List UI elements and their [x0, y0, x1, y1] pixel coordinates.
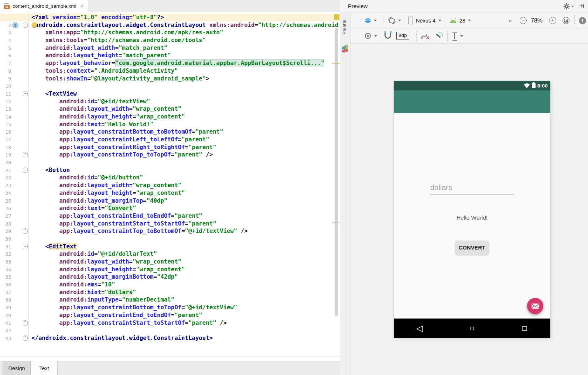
phone-icon [408, 17, 413, 24]
zoom-in-button[interactable]: + [549, 13, 556, 28]
code-line: android:layout_width="wrap_content" [0, 258, 340, 266]
magic-wand-icon [434, 31, 444, 40]
code-line: xmlns:tools="http://schemas.android.com/… [0, 37, 340, 44]
status-bar: 8:00 [394, 81, 550, 90]
device-screen[interactable]: 8:00 dollars Hello World! CONVERT ◁ ○ □ [394, 81, 550, 338]
code-line: app:layout_constraintBottom_toBottomOf="… [0, 128, 340, 136]
eye-icon [364, 33, 372, 39]
palette-sidebar: Palette XML [340, 13, 351, 375]
clear-constraints-button[interactable] [421, 28, 430, 43]
app-bar [394, 90, 550, 113]
toolbar-overflow-button[interactable]: » [509, 13, 512, 28]
chevron-down-icon [374, 35, 377, 37]
code-line: android:layout_marginTop="40dp" [0, 197, 340, 205]
svg-text:XML: XML [343, 50, 347, 52]
code-line: android:hint="dollars" [0, 289, 340, 296]
hide-panel-button[interactable] [578, 3, 584, 9]
autoconnect-button[interactable] [384, 28, 391, 43]
pack-selector[interactable] [452, 28, 463, 43]
code-line [0, 327, 340, 334]
editor-bottom-border [0, 357, 340, 357]
error-icon: ! [579, 17, 586, 24]
code-line: app:layout_constraintEnd_toEndOf="parent… [0, 212, 340, 220]
code-line: android:layout_height="wrap_content" [0, 113, 340, 121]
hello-world-textview: Hello World! [394, 214, 550, 221]
zoom-fit-button[interactable] [563, 13, 570, 28]
navigation-bar: ◁ ○ □ [394, 319, 550, 338]
fab-button[interactable] [527, 298, 543, 314]
code-line: app:layout_behavior="com.google.android.… [0, 59, 340, 67]
api-selector[interactable]: 28 [449, 13, 471, 28]
code-line: android:layout_width="wrap_content" [0, 105, 340, 113]
editor-scrollbar[interactable] [335, 28, 338, 316]
nav-recents-button[interactable]: □ [517, 319, 532, 338]
design-surface-button[interactable] [364, 13, 377, 28]
chevron-down-icon [438, 20, 441, 21]
intention-bulb-icon[interactable] [32, 22, 37, 27]
code-line: tools:showIn="@layout/activity_android_s… [0, 75, 340, 83]
convert-button[interactable]: CONVERT [456, 241, 488, 255]
api-level: 28 [459, 18, 465, 24]
layers-icon [364, 17, 372, 25]
code-line: android:text="Hello World!" [0, 121, 340, 128]
code-editor[interactable]: 12c−34567891011−1213141516171819^2021−22… [0, 12, 340, 357]
clear-constraints-icon [421, 32, 430, 40]
file-tab[interactable]: <> content_android_sample.xml × [0, 0, 88, 12]
code-line: android:id="@+id/textView" [0, 98, 340, 106]
infer-constraints-button[interactable] [434, 28, 444, 43]
code-line: <?xml version="1.0" encoding="utf-8"?> [0, 14, 340, 21]
default-margins-selector[interactable]: 8dp [396, 28, 409, 43]
file-tab-label: content_android_sample.xml [13, 3, 76, 9]
warning-stripe-mark[interactable] [334, 14, 339, 20]
zoom-out-button[interactable]: − [520, 13, 527, 28]
minus-circle-icon: − [520, 17, 527, 24]
code-line: android:ems="10" [0, 281, 340, 289]
code-line: xmlns:app="http://schemas.android.com/ap… [0, 29, 340, 37]
tab-design[interactable]: Design [3, 361, 31, 375]
chevron-down-icon [460, 35, 463, 37]
gutter-separator [28, 12, 29, 342]
code-line: android:id="@+id/dollarText" [0, 250, 340, 258]
code-line [0, 82, 340, 90]
chevron-down-icon [398, 20, 401, 21]
code-line [0, 235, 340, 243]
code-line [0, 159, 340, 166]
code-line: </androidx.constraintlayout.widget.Const… [0, 334, 340, 342]
code-line: app:layout_constraintLeft_toLeftOf="pare… [0, 136, 340, 144]
render-errors-button[interactable]: ! [579, 13, 586, 28]
android-icon [449, 18, 457, 23]
close-tab-icon[interactable]: × [81, 3, 84, 9]
editor-tab-bar: <> content_android_sample.xml × [0, 0, 340, 12]
zoom-fit-icon [563, 17, 570, 24]
edittext-underline [430, 195, 514, 195]
code-line: <TextView [0, 90, 340, 98]
device-selector[interactable]: Nexus 4 [408, 13, 441, 28]
palette-tab[interactable]: Palette [342, 20, 347, 34]
preview-pane: Preview [340, 0, 588, 375]
code-line: <androidx.constraintlayout.widget.Constr… [0, 21, 340, 29]
code-line: android:layout_width="wrap_content" [0, 182, 340, 189]
editor-pane: <> content_android_sample.xml × 12c−3456… [0, 0, 340, 375]
nav-home-button[interactable]: ○ [465, 319, 479, 338]
code-line: android:id="@+id/button" [0, 174, 340, 182]
view-options-button[interactable] [364, 28, 377, 43]
email-icon [531, 303, 539, 309]
preview-header: Preview [340, 0, 588, 13]
palette-icon[interactable]: XML [342, 45, 349, 53]
xml-file-icon: <> [4, 3, 10, 9]
gear-icon [563, 3, 570, 10]
android-studio-window: <> content_android_sample.xml × 12c−3456… [0, 0, 588, 375]
nav-back-button[interactable]: ◁ [412, 319, 427, 338]
code-lines: <?xml version="1.0" encoding="utf-8"?><a… [0, 14, 340, 342]
code-line: app:layout_constraintBottom_toTopOf="@+i… [0, 304, 340, 312]
orientation-button[interactable] [387, 13, 401, 28]
margin-value: 8dp [396, 32, 409, 39]
preview-settings-button[interactable] [563, 3, 574, 10]
dollars-edittext[interactable]: dollars [430, 183, 452, 192]
preview-title: Preview [348, 3, 368, 9]
battery-icon [532, 83, 536, 88]
chevron-down-icon [468, 20, 471, 21]
code-line: android:inputType="numberDecimal" [0, 296, 340, 304]
tab-text[interactable]: Text [31, 361, 58, 375]
code-line: app:layout_constraintTop_toTopOf="parent… [0, 151, 340, 159]
